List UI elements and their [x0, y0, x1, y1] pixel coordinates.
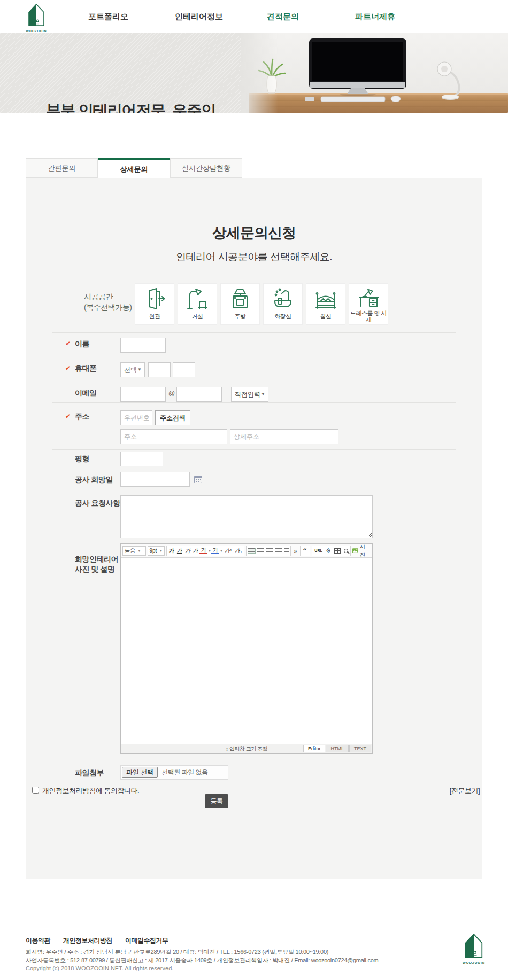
phone-mid-input[interactable]	[148, 362, 171, 377]
address-search-button[interactable]: 주소검색	[155, 410, 190, 425]
email-domain-input[interactable]	[176, 387, 222, 402]
footer-business-info: 사업자등록번호 : 512-87-00799 / 통신판매신고 : 제 2017…	[26, 956, 378, 965]
phone-label: 휴대폰	[75, 364, 97, 374]
nav-interior-info[interactable]: 인테리어정보	[175, 12, 223, 22]
font-color-button[interactable]: 가	[199, 547, 207, 554]
table-icon[interactable]	[334, 548, 341, 554]
chevron-down-icon: ▼	[159, 547, 163, 555]
privacy-view-link[interactable]: [전문보기]	[450, 786, 480, 796]
house-logo-icon	[464, 933, 484, 959]
space-option-bedroom[interactable]: 침실	[306, 283, 345, 325]
file-attach-label: 파일첨부	[75, 768, 104, 778]
name-input[interactable]	[120, 338, 166, 353]
image-icon	[352, 548, 358, 554]
tab-simple-inquiry[interactable]: 간편문의	[26, 158, 98, 178]
zipcode-input[interactable]	[120, 410, 152, 425]
name-label: 이름	[75, 339, 89, 349]
font-size-select[interactable]: 9pt ▼	[148, 546, 165, 556]
strikethrough-button[interactable]: 가	[191, 547, 199, 555]
address-label: 주소	[75, 412, 89, 422]
hero-title: 부분 인테리어전문, 우주인	[46, 100, 215, 113]
space-option-dressroom-study[interactable]: 드레스룸 및 서재	[349, 283, 388, 325]
blockquote-button[interactable]: “	[301, 547, 309, 555]
privacy-agree-label: 개인정보처리방침에 동의합니다.	[42, 786, 139, 796]
search-icon[interactable]	[344, 549, 348, 553]
align-right-icon[interactable]	[266, 548, 273, 553]
bathroom-icon	[271, 287, 295, 310]
tab-detail-inquiry[interactable]: 상세문의	[98, 158, 170, 178]
footer-link-email-refusal[interactable]: 이메일수집거부	[125, 936, 168, 945]
detail-inquiry-panel: 상세문의신청 인테리어 시공분야를 선택해주세요. 시공공간 (복수선택가능) …	[26, 178, 482, 879]
mode-tab-text[interactable]: TEXT	[349, 745, 371, 752]
date-label: 공사 희망일	[75, 475, 113, 485]
align-center-icon[interactable]	[257, 548, 264, 553]
underline-button[interactable]: 가	[175, 547, 183, 555]
phone-last-input[interactable]	[173, 362, 195, 377]
privacy-agree-checkbox[interactable]	[32, 787, 39, 794]
email-domain-select[interactable]: 직접입력 ▼	[231, 387, 268, 402]
livingroom-icon	[186, 287, 209, 310]
brand-logo[interactable]: WOOZOOIN	[24, 3, 49, 33]
toolbar-more-button[interactable]: »	[293, 548, 298, 554]
editor-toolbar: 돋움 ▼ 9pt ▼ 가 가 가 가 가 ▼ 가 ▼ 가¹ 가₁	[121, 544, 372, 558]
subscript-button[interactable]: 가₁	[233, 547, 243, 555]
space-option-kitchen[interactable]: 주방	[220, 283, 260, 325]
kitchen-icon	[228, 287, 252, 310]
space-option-entrance[interactable]: 현관	[135, 283, 174, 325]
bedroom-icon	[314, 287, 337, 310]
highlight-color-button[interactable]: 가	[211, 547, 219, 554]
bold-button[interactable]: 가	[167, 547, 175, 555]
page: WOOZOOIN 포트폴리오 인테리어정보 견적문의 파트너제휴	[0, 0, 508, 980]
chevron-down-icon: ▼	[137, 363, 142, 377]
nav-partner[interactable]: 파트너제휴	[355, 12, 395, 22]
house-logo-icon	[27, 3, 45, 27]
superscript-button[interactable]: 가¹	[223, 547, 233, 555]
footer-link-privacy[interactable]: 개인정보처리방침	[63, 936, 112, 945]
size-input[interactable]	[120, 452, 163, 466]
divider	[52, 468, 456, 468]
file-select-button[interactable]: 파일 선택	[122, 767, 158, 778]
desk-icon	[357, 287, 380, 307]
address-input[interactable]	[120, 429, 227, 444]
tab-live-consult-status[interactable]: 실시간상담현황	[170, 158, 242, 178]
footer-brand-name: WOOZOOIN	[460, 961, 488, 965]
date-input[interactable]	[120, 472, 190, 487]
editor-footer-bar: ↕ 입력창 크기 조절 Editor HTML TEXT	[121, 744, 372, 753]
editor-field-label: 희망인테리어 사진 및 설명	[75, 554, 118, 574]
editor-content-area[interactable]	[121, 558, 372, 745]
chevron-down-icon[interactable]: ▼	[219, 549, 223, 553]
address-detail-input[interactable]	[230, 429, 338, 444]
insert-group: URL ※	[312, 546, 351, 556]
italic-button[interactable]: 가	[183, 547, 191, 555]
photo-attach-button[interactable]: 사진	[352, 543, 371, 559]
align-left-icon[interactable]	[248, 548, 255, 553]
divider	[52, 449, 456, 450]
required-check-icon: ✔	[65, 364, 71, 372]
footer-links: 이용약관 개인정보처리방침 이메일수집거부	[26, 936, 168, 945]
phone-prefix-select[interactable]: 선택 ▼	[120, 362, 145, 377]
calendar-icon[interactable]	[194, 476, 202, 483]
footer-logo: WOOZOOIN	[460, 933, 488, 965]
email-id-input[interactable]	[120, 387, 166, 402]
nav-portfolio[interactable]: 포트폴리오	[88, 12, 128, 22]
resize-arrows-icon: ↕	[226, 746, 228, 752]
chevron-down-icon[interactable]: ▼	[207, 549, 211, 553]
footer-link-terms[interactable]: 이용약관	[26, 936, 50, 945]
space-option-livingroom[interactable]: 거실	[178, 283, 217, 325]
special-char-button[interactable]: ※	[325, 547, 333, 555]
font-family-select[interactable]: 돋움 ▼	[122, 546, 146, 556]
mode-tab-html[interactable]: HTML	[326, 745, 349, 752]
mode-tab-editor[interactable]: Editor	[303, 745, 326, 752]
line-height-icon[interactable]	[284, 548, 289, 553]
chevron-down-icon: ▼	[137, 547, 141, 555]
request-textarea[interactable]	[120, 495, 373, 538]
divider	[52, 357, 456, 357]
link-button[interactable]: URL	[313, 547, 325, 555]
space-option-bathroom[interactable]: 화장실	[263, 283, 303, 325]
divider	[52, 382, 456, 382]
align-justify-icon[interactable]	[275, 548, 282, 553]
submit-button[interactable]: 등록	[205, 794, 228, 808]
nav-quote-inquiry[interactable]: 견적문의	[267, 12, 299, 22]
header: WOOZOOIN 포트폴리오 인테리어정보 견적문의 파트너제휴	[0, 0, 508, 33]
required-check-icon: ✔	[65, 413, 71, 420]
